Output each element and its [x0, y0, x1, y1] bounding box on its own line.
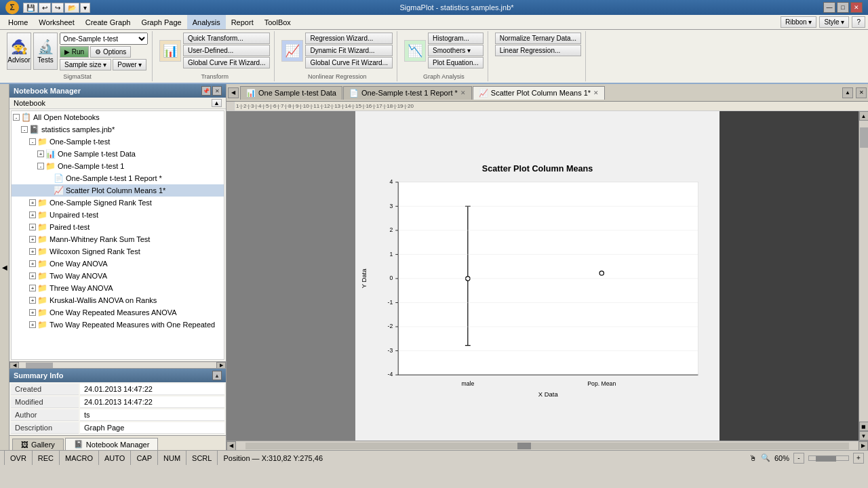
expand-unpaired[interactable]: + [29, 211, 36, 218]
h-scroll-right[interactable]: ▶ [859, 441, 868, 451]
tree-item-paired[interactable]: + 📁 Paired t-test [12, 221, 224, 233]
help-button[interactable]: ? [852, 16, 865, 28]
tree-scroll-left[interactable]: ◀ [9, 362, 19, 369]
style-toggle[interactable]: Style ▾ [819, 16, 849, 28]
v-scrollbar[interactable]: ▲ ◼ ▼ [859, 111, 868, 441]
tab-nav-up[interactable]: ▲ [842, 87, 853, 98]
expand-one-way-repeated[interactable]: + [29, 309, 36, 316]
tab-close-all[interactable]: ✕ [856, 87, 867, 98]
tab-scatter[interactable]: 📈 Scatter Plot Column Means 1* ✕ [473, 86, 605, 100]
tree-item-three-way-anova[interactable]: + 📁 Three Way ANOVA [12, 282, 224, 294]
global-curve-fit2-button[interactable]: Global Curve Fit Wizard... [305, 57, 392, 68]
undo-button[interactable]: ↩ [39, 3, 51, 13]
normalize-ternary-button[interactable]: Normalize Ternary Data... [495, 33, 581, 44]
plot-equation-button[interactable]: Plot Equation... [428, 57, 484, 68]
minimize-button[interactable]: — [823, 2, 835, 13]
panel-close-button[interactable]: ✕ [212, 86, 222, 96]
tree-scroll-right[interactable]: ▶ [216, 362, 226, 369]
tree-item-wilcoxon[interactable]: + 📁 Wilcoxon Signed Rank Test [12, 245, 224, 258]
tree-item-all-notebooks[interactable]: - 📋 All Open Notebooks [12, 111, 224, 123]
notebook-collapse-btn[interactable]: ▲ [212, 99, 222, 107]
expand-one-sample[interactable]: - [29, 138, 36, 145]
tab-nav-left[interactable]: ◀ [228, 87, 239, 98]
tab-report-close[interactable]: ✕ [460, 89, 466, 96]
expand-ttest1[interactable]: - [37, 163, 44, 169]
test-selector[interactable]: One-Sample t-test [60, 33, 148, 45]
zoom-slider-thumb[interactable] [816, 456, 836, 462]
advisor-button[interactable]: 🧙 Advisor [7, 33, 31, 70]
options-button[interactable]: ⚙ Options [90, 46, 131, 58]
v-scroll-thumb[interactable] [860, 127, 868, 148]
tree-item-ttest1[interactable]: - 📁 One-Sample t-test 1 [12, 160, 224, 172]
expand-two-way-anova[interactable]: + [29, 272, 36, 279]
tree-item-two-way-anova[interactable]: + 📁 Two Way ANOVA [12, 270, 224, 282]
gallery-tab[interactable]: 🖼 Gallery [12, 439, 64, 450]
smoothers-button[interactable]: Smoothers ▾ [428, 45, 484, 56]
tree-item-mann-whitney[interactable]: + 📁 Mann-Whitney Rank Sum Test [12, 233, 224, 245]
close-button[interactable]: ✕ [850, 2, 863, 13]
ribbon-toggle[interactable]: Ribbon ▾ [781, 16, 816, 28]
tree-scroll-thumb[interactable] [26, 363, 53, 368]
panel-pin-button[interactable]: 📌 [201, 86, 211, 96]
tab-one-sample-data[interactable]: 📊 One Sample t-test Data [240, 86, 342, 100]
tree-item-one-way-repeated[interactable]: + 📁 One Way Repeated Measures ANOVA [12, 306, 224, 319]
menu-worksheet[interactable]: Worksheet [33, 15, 79, 29]
expand-paired[interactable]: + [29, 224, 36, 230]
power-button[interactable]: Power ▾ [113, 59, 146, 70]
tab-report[interactable]: 📄 One-Sample t-test 1 Report * ✕ [343, 86, 472, 100]
redo-button[interactable]: ↪ [52, 3, 64, 13]
expand-all-notebooks[interactable]: - [13, 114, 20, 121]
tree-h-scrollbar[interactable]: ◀ ▶ [9, 361, 226, 368]
h-scroll-thumb[interactable] [517, 443, 531, 449]
menu-toolbox[interactable]: ToolBox [259, 15, 296, 29]
h-scroll-left[interactable]: ◀ [226, 441, 236, 451]
dynamic-fit-button[interactable]: Dynamic Fit Wizard... [305, 45, 392, 56]
tree-item-unpaired[interactable]: + 📁 Unpaired t-test [12, 209, 224, 221]
expand-signed-rank[interactable]: + [29, 199, 36, 206]
tree-item-one-sample[interactable]: - 📁 One-Sample t-test [12, 136, 224, 148]
zoom-out-button[interactable]: - [793, 453, 804, 464]
tree-item-scatter[interactable]: 📈 Scatter Plot Column Means 1* [12, 184, 224, 197]
tree-item-two-way-repeated[interactable]: + 📁 Two Way Repeated Measures with One R… [12, 319, 224, 331]
maximize-button[interactable]: □ [837, 2, 849, 13]
save-button[interactable]: 💾 [23, 3, 38, 13]
menu-graph-page[interactable]: Graph Page [136, 15, 186, 29]
sample-size-button[interactable]: Sample size ▾ [60, 59, 111, 70]
qa-dropdown[interactable]: ▾ [80, 3, 90, 13]
v-scroll-down[interactable]: ▼ [859, 431, 869, 441]
tree-item-kruskal[interactable]: + 📁 Kruskal-Wallis ANOVA on Ranks [12, 294, 224, 306]
expand-one-way-anova[interactable]: + [29, 260, 36, 267]
zoom-slider[interactable] [808, 455, 849, 461]
linear-regression-button[interactable]: Linear Regression... [495, 45, 581, 56]
menu-report[interactable]: Report [226, 15, 259, 29]
menu-create-graph[interactable]: Create Graph [80, 15, 136, 29]
menu-home[interactable]: Home [3, 15, 33, 29]
h-scrollbar[interactable]: ◀ ▶ [226, 441, 868, 450]
histogram-button[interactable]: Histogram... [428, 33, 484, 44]
tab-scatter-close[interactable]: ✕ [593, 89, 599, 96]
v-scroll-up[interactable]: ▲ [859, 111, 869, 121]
expand-mann-whitney[interactable]: + [29, 236, 36, 243]
tests-button[interactable]: 🔬 Tests [33, 33, 58, 70]
notebook-manager-tab[interactable]: 📓 Notebook Manager [65, 438, 159, 450]
expand-jnb[interactable]: - [21, 126, 28, 133]
expand-three-way-anova[interactable]: + [29, 285, 36, 291]
zoom-in-button[interactable]: + [853, 453, 864, 464]
tree-item-jnb[interactable]: - 📓 statistics samples.jnb* [12, 123, 224, 136]
global-curve-fit-button[interactable]: Global Curve Fit Wizard... [183, 57, 270, 68]
tree-item-report[interactable]: 📄 One-Sample t-test 1 Report * [12, 172, 224, 184]
quick-transform-button[interactable]: Quick Transform... [183, 33, 270, 44]
tree-item-one-way-anova[interactable]: + 📁 One Way ANOVA [12, 258, 224, 270]
expand-data[interactable]: + [37, 150, 44, 157]
open-button[interactable]: 📂 [64, 3, 79, 13]
tree-item-signed-rank[interactable]: + 📁 One-Sample Signed Rank Test [12, 197, 224, 209]
expand-kruskal[interactable]: + [29, 297, 36, 304]
summary-collapse-btn[interactable]: ▲ [212, 371, 222, 380]
user-defined-button[interactable]: User-Defined... [183, 45, 270, 56]
menu-analysis[interactable]: Analysis [187, 15, 226, 29]
tree-item-data[interactable]: + 📊 One Sample t-test Data [12, 148, 224, 160]
run-button[interactable]: ▶ Run [60, 46, 89, 58]
panel-collapse-arrow[interactable]: ◀ [0, 84, 9, 450]
regression-wizard-button[interactable]: Regression Wizard... [305, 33, 392, 44]
expand-two-way-repeated[interactable]: + [29, 321, 36, 328]
